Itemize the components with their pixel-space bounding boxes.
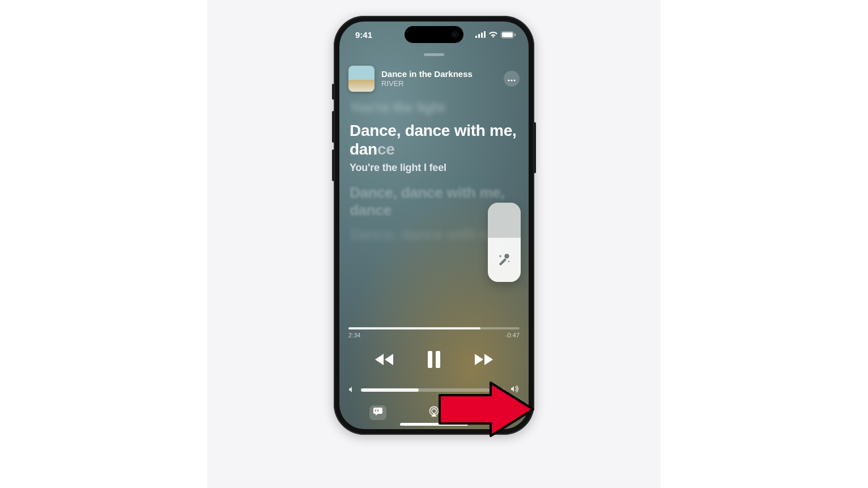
- scrubber[interactable]: [348, 327, 520, 329]
- more-button[interactable]: [504, 71, 520, 87]
- front-camera: [452, 32, 458, 37]
- track-title: Dance in the Darkness: [381, 69, 497, 79]
- svg-rect-6: [514, 33, 516, 36]
- svg-point-8: [510, 79, 512, 81]
- time-labels: 2:34 -0:47: [348, 332, 520, 339]
- svg-point-7: [508, 79, 509, 81]
- svg-point-10: [504, 254, 509, 258]
- iphone-frame: 9:41 Dance in the Darkness: [334, 16, 534, 435]
- track-meta[interactable]: Dance in the Darkness RIVER: [381, 69, 497, 89]
- lyric-line-next: You're the light I feel: [350, 162, 518, 174]
- mute-switch: [332, 84, 334, 100]
- album-art[interactable]: [348, 66, 375, 92]
- time-remaining: -0:47: [505, 332, 520, 339]
- annotation-arrow: [423, 378, 536, 443]
- sing-slider-track: [488, 203, 521, 238]
- lyrics-icon: [373, 407, 383, 418]
- volume-low-icon: [348, 385, 355, 395]
- wifi-icon: [488, 31, 498, 38]
- lyric-line-current: Dance, dance with me, dance: [350, 121, 518, 159]
- transport-controls: [348, 351, 520, 368]
- screen: 9:41 Dance in the Darkness: [339, 22, 529, 429]
- time-elapsed: 2:34: [348, 332, 360, 339]
- battery-icon: [501, 31, 516, 38]
- lyric-line-previous: You're the light: [350, 100, 518, 115]
- apple-music-sing-vocal-slider[interactable]: [488, 203, 521, 282]
- svg-rect-11: [428, 351, 432, 368]
- svg-rect-5: [502, 32, 513, 37]
- side-button: [534, 122, 536, 173]
- sing-slider-handle: [488, 238, 521, 282]
- svg-rect-3: [484, 31, 486, 38]
- ellipsis-icon: [508, 74, 516, 84]
- image-canvas: 9:41 Dance in the Darkness: [207, 0, 661, 488]
- volume-up-button: [332, 111, 334, 143]
- sheet-grabber[interactable]: [424, 53, 444, 56]
- svg-rect-0: [475, 36, 477, 38]
- scrubber-fill: [348, 327, 480, 329]
- svg-rect-12: [436, 351, 440, 368]
- svg-point-9: [513, 79, 515, 81]
- status-indicators: [475, 31, 516, 38]
- volume-fill: [361, 388, 419, 392]
- rewind-button[interactable]: [373, 353, 395, 366]
- svg-rect-2: [481, 33, 483, 38]
- dynamic-island: [405, 26, 463, 43]
- lyrics-toggle-button[interactable]: [369, 405, 386, 420]
- volume-down-button: [332, 149, 334, 181]
- fast-forward-button[interactable]: [473, 353, 495, 366]
- microphone-sparkle-icon: [496, 251, 512, 269]
- status-time: 9:41: [355, 30, 372, 40]
- track-artist: RIVER: [381, 79, 497, 89]
- cellular-signal-icon: [475, 31, 486, 38]
- svg-rect-1: [478, 34, 480, 38]
- pause-button[interactable]: [427, 351, 441, 368]
- now-playing-header: Dance in the Darkness RIVER: [348, 66, 520, 92]
